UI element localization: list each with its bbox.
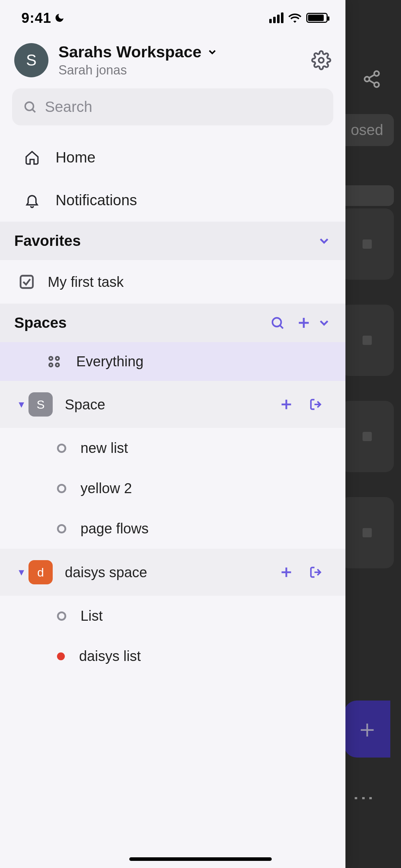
- search-icon: [23, 100, 37, 114]
- svg-line-10: [280, 325, 283, 329]
- battery-icon: [306, 13, 328, 23]
- space-add-button[interactable]: [271, 397, 301, 412]
- sidebar-panel: 9:41 S Sarahs Workspace Sarah jonas: [0, 0, 345, 868]
- exit-icon: [309, 565, 323, 579]
- list-color-dot: [57, 611, 66, 621]
- task-check-icon: [19, 274, 35, 290]
- user-name: Sarah jonas: [58, 63, 301, 78]
- space-open-button[interactable]: [301, 397, 331, 412]
- workspace-name: Sarahs Workspace: [58, 43, 202, 61]
- list-name: daisys list: [79, 648, 141, 664]
- space-badge: S: [28, 392, 53, 417]
- space-name: Space: [65, 397, 271, 413]
- list-row[interactable]: yellow 2: [0, 468, 345, 508]
- list-color-dot: [57, 484, 66, 493]
- space-badge: d: [28, 560, 53, 584]
- gear-icon: [311, 50, 331, 70]
- nav-notifications[interactable]: Notifications: [0, 179, 345, 222]
- list-name: yellow 2: [80, 480, 132, 496]
- settings-button[interactable]: [311, 50, 331, 70]
- cellular-signal-icon: [269, 12, 283, 23]
- caret-down-icon: ▼: [14, 399, 28, 410]
- spaces-header[interactable]: Spaces: [0, 304, 345, 342]
- home-indicator: [129, 857, 272, 861]
- caret-down-icon: ▼: [14, 567, 28, 578]
- status-bar: 9:41: [0, 0, 345, 36]
- svg-point-6: [25, 102, 33, 110]
- exit-icon: [309, 397, 323, 412]
- favorites-header[interactable]: Favorites: [0, 222, 345, 260]
- favorite-item[interactable]: My first task: [0, 260, 345, 304]
- svg-point-15: [49, 363, 52, 366]
- do-not-disturb-icon: [54, 12, 65, 23]
- space-row[interactable]: ▼ S Space: [0, 381, 345, 428]
- spaces-add-button[interactable]: [291, 315, 317, 330]
- wifi-icon: [288, 13, 301, 23]
- list-name: List: [80, 608, 103, 624]
- plus-icon: [279, 565, 293, 579]
- nav-label: Home: [56, 149, 95, 166]
- svg-rect-8: [21, 276, 33, 288]
- everything-label: Everything: [76, 353, 331, 370]
- list-color-dot: [57, 524, 66, 533]
- svg-point-5: [319, 58, 324, 63]
- search-icon: [270, 315, 285, 330]
- list-row[interactable]: daisys list: [0, 636, 345, 676]
- list-row[interactable]: List: [0, 596, 345, 636]
- favorite-label: My first task: [48, 274, 124, 290]
- everything-icon: [46, 354, 62, 370]
- search-placeholder: Search: [45, 98, 92, 115]
- svg-point-14: [56, 357, 59, 360]
- section-title: Favorites: [14, 232, 81, 249]
- list-name: new list: [80, 440, 128, 456]
- bell-icon: [24, 192, 40, 208]
- workspace-header: S Sarahs Workspace Sarah jonas: [0, 36, 345, 88]
- svg-point-13: [49, 357, 52, 360]
- list-name: page flows: [80, 521, 149, 537]
- nav-home[interactable]: Home: [0, 136, 345, 179]
- space-add-button[interactable]: [271, 565, 301, 579]
- list-color-dot: [57, 652, 65, 660]
- everything-row[interactable]: Everything: [0, 342, 345, 381]
- workspace-switcher[interactable]: Sarahs Workspace: [58, 43, 301, 61]
- home-icon: [24, 150, 40, 165]
- status-time: 9:41: [21, 10, 65, 26]
- search-input[interactable]: Search: [12, 88, 333, 125]
- svg-point-16: [56, 363, 59, 366]
- space-row[interactable]: ▼ d daisys space: [0, 549, 345, 596]
- spaces-search-button[interactable]: [264, 315, 291, 330]
- list-row[interactable]: new list: [0, 428, 345, 468]
- list-color-dot: [57, 444, 66, 453]
- chevron-down-icon: [317, 316, 331, 330]
- space-open-button[interactable]: [301, 565, 331, 579]
- plus-icon: [296, 315, 311, 330]
- section-title: Spaces: [14, 314, 67, 331]
- svg-line-7: [32, 109, 35, 112]
- workspace-avatar[interactable]: S: [14, 43, 48, 77]
- list-row[interactable]: page flows: [0, 508, 345, 549]
- nav-label: Notifications: [56, 192, 137, 209]
- chevron-down-icon: [317, 234, 331, 248]
- svg-point-9: [272, 318, 281, 327]
- chevron-down-icon: [207, 46, 218, 58]
- plus-icon: [279, 397, 293, 412]
- space-name: daisys space: [65, 564, 271, 580]
